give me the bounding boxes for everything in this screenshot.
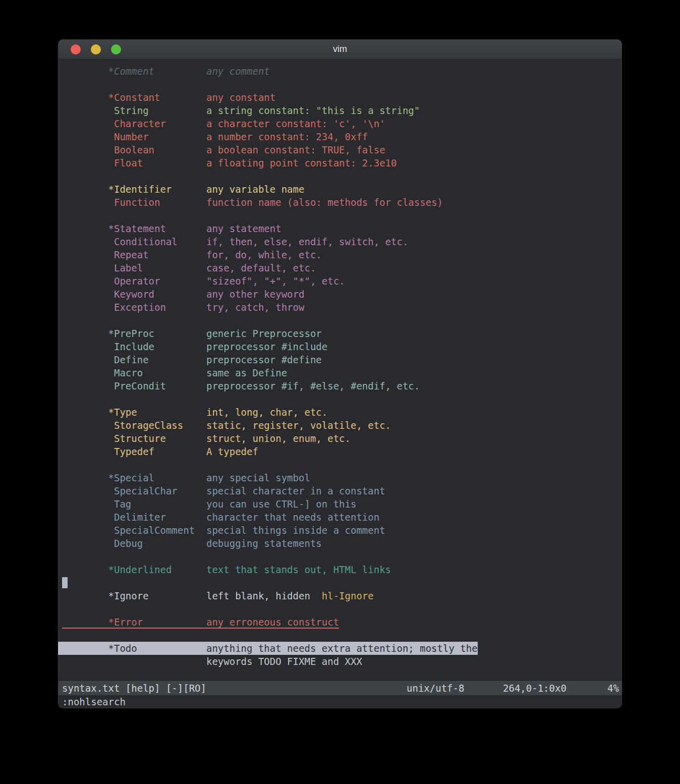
buffer-line[interactable]: *Identifier any variable name — [58, 183, 622, 196]
buffer-line[interactable]: Number a number constant: 234, 0xff — [58, 130, 622, 143]
buffer-line-text: SpecialChar special character in a const… — [62, 485, 385, 496]
buffer-line[interactable]: Keyword any other keyword — [58, 288, 622, 301]
zoom-button[interactable] — [111, 44, 121, 54]
buffer-line-text: *Error any erroneous construct — [62, 617, 339, 628]
buffer-line[interactable]: StorageClass static, register, volatile,… — [58, 419, 622, 432]
buffer-line[interactable] — [58, 602, 622, 615]
buffer-line[interactable]: Define preprocessor #define — [58, 353, 622, 366]
window-title: vim — [333, 44, 347, 54]
buffer-line[interactable]: Tag you can use CTRL-] on this — [58, 497, 622, 511]
buffer-line[interactable]: keywords TODO FIXME and XXX — [58, 655, 622, 668]
buffer-line[interactable]: Include preprocessor #include — [58, 340, 622, 353]
buffer-line[interactable]: Character a character constant: 'c', '\n… — [58, 117, 622, 130]
buffer-line-text: Label case, default, etc. — [62, 262, 316, 273]
buffer-line[interactable]: *Underlined text that stands out, HTML l… — [58, 563, 622, 576]
buffer-line[interactable]: Label case, default, etc. — [58, 261, 622, 274]
buffer-line[interactable] — [58, 629, 622, 642]
buffer-line-text: Define preprocessor #define — [62, 354, 322, 365]
buffer-line[interactable] — [58, 314, 622, 327]
buffer-line-text: *Statement any statement — [62, 223, 281, 234]
buffer-line-text: Function function name (also: methods fo… — [62, 197, 443, 208]
command-line[interactable]: :nohlsearch — [58, 695, 622, 708]
cursor-block — [62, 577, 68, 588]
minimize-button[interactable] — [91, 44, 101, 54]
buffer-line[interactable] — [58, 668, 622, 681]
buffer-line-text: StorageClass static, register, volatile,… — [62, 420, 391, 431]
buffer-line-text: Structure struct, union, enum, etc. — [62, 433, 351, 444]
buffer-line-text: Number a number constant: 234, 0xff — [62, 131, 368, 142]
buffer-line-text: Macro same as Define — [62, 367, 287, 378]
buffer-line[interactable]: SpecialChar special character in a const… — [58, 484, 622, 497]
buffer-line[interactable]: *Statement any statement — [58, 222, 622, 235]
buffer-line[interactable]: *Special any special symbol — [58, 471, 622, 484]
buffer-line[interactable]: Operator "sizeof", "+", "*", etc. — [58, 274, 622, 288]
buffer-line[interactable]: *Constant any constant — [58, 91, 622, 104]
status-bar: syntax.txt [help] [-][RO] unix/utf-8 264… — [58, 681, 622, 695]
traffic-lights — [71, 44, 121, 54]
close-button[interactable] — [71, 44, 81, 54]
buffer-line[interactable]: Debug debugging statements — [58, 537, 622, 550]
buffer-line-text: Keyword any other keyword — [62, 289, 304, 300]
buffer-line-text: keywords TODO FIXME and XXX — [62, 656, 362, 667]
buffer-line[interactable]: Function function name (also: methods fo… — [58, 196, 622, 209]
buffer-line-text: Debug debugging statements — [62, 538, 322, 549]
buffer-line[interactable] — [58, 458, 622, 471]
window-titlebar[interactable]: vim — [58, 39, 622, 60]
buffer-line-text: *Comment any comment — [62, 66, 270, 77]
buffer-line-text: Repeat for, do, while, etc. — [62, 249, 322, 260]
buffer-line-text: *Constant any constant — [62, 92, 275, 103]
buffer-line-text: Tag you can use CTRL-] on this — [62, 498, 356, 510]
buffer-line[interactable] — [58, 550, 622, 563]
buffer-line[interactable] — [58, 393, 622, 406]
status-cursor-position: 264,0-1:0x0 — [503, 681, 566, 695]
vim-window: vim *Comment any comment *Constant any c… — [58, 39, 622, 708]
buffer-line-text: Delimiter character that needs attention — [62, 512, 379, 523]
buffer-line[interactable]: Structure struct, union, enum, etc. — [58, 432, 622, 445]
buffer-line[interactable]: *Type int, long, char, etc. — [58, 406, 622, 419]
status-encoding: unix/utf-8 — [407, 681, 464, 695]
buffer-line[interactable] — [58, 209, 622, 222]
buffer-line-text: *PreProc generic Preprocessor — [62, 328, 322, 339]
status-scroll-percent: 4% — [607, 681, 619, 695]
buffer-line-text: *Todo anything that needs extra attentio… — [58, 642, 478, 655]
buffer-line[interactable]: Float a floating point constant: 2.3e10 — [58, 156, 622, 170]
buffer-line-text: Typedef A typedef — [62, 446, 258, 457]
buffer-line[interactable]: String a string constant: "this is a str… — [58, 104, 622, 117]
buffer-line[interactable]: *Error any erroneous construct — [58, 615, 622, 629]
buffer-line-text: *Identifier any variable name — [62, 184, 304, 195]
buffer-line-text: Character a character constant: 'c', '\n… — [62, 118, 385, 129]
buffer-line[interactable]: Delimiter character that needs attention — [58, 511, 622, 524]
buffer-line-text: SpecialComment special things inside a c… — [62, 525, 385, 536]
buffer-line[interactable]: *PreProc generic Preprocessor — [58, 327, 622, 340]
buffer-line[interactable]: Conditional if, then, else, endif, switc… — [58, 235, 622, 248]
buffer-line[interactable]: *Comment any comment — [58, 65, 622, 78]
buffer-line-text: *Ignore left blank, hidden — [62, 590, 322, 601]
buffer-line-text: PreCondit preprocessor #if, #else, #endi… — [62, 380, 420, 391]
buffer-line[interactable]: *Todo anything that needs extra attentio… — [58, 642, 622, 655]
buffer-line[interactable]: PreCondit preprocessor #if, #else, #endi… — [58, 379, 622, 393]
text-buffer[interactable]: *Comment any comment *Constant any const… — [58, 60, 622, 681]
buffer-line-text: Boolean a boolean constant: TRUE, false — [62, 144, 385, 155]
buffer-line-text: *Special any special symbol — [62, 472, 310, 483]
buffer-line-text: Conditional if, then, else, endif, switc… — [62, 236, 408, 247]
buffer-line[interactable]: *Ignore left blank, hidden hl-Ignore — [58, 589, 622, 602]
buffer-line-text: Exception try, catch, throw — [62, 302, 304, 313]
buffer-line-text: *Type int, long, char, etc. — [62, 407, 327, 418]
status-filename: syntax.txt [help] [-][RO] — [62, 681, 206, 695]
buffer-line[interactable] — [58, 576, 622, 589]
buffer-line-text: Include preprocessor #include — [62, 341, 327, 352]
buffer-line-text: *Underlined text that stands out, HTML l… — [62, 564, 391, 575]
buffer-line[interactable] — [58, 170, 622, 183]
help-tag-link[interactable]: hl-Ignore — [322, 590, 374, 601]
buffer-line[interactable]: Boolean a boolean constant: TRUE, false — [58, 143, 622, 156]
buffer-line[interactable]: Macro same as Define — [58, 366, 622, 379]
buffer-line-text: String a string constant: "this is a str… — [62, 105, 420, 116]
buffer-line[interactable]: Repeat for, do, while, etc. — [58, 248, 622, 261]
buffer-line-text: Operator "sizeof", "+", "*", etc. — [62, 275, 345, 287]
buffer-line[interactable] — [58, 78, 622, 91]
buffer-line-text: Float a floating point constant: 2.3e10 — [62, 157, 396, 169]
buffer-line[interactable]: Typedef A typedef — [58, 445, 622, 458]
buffer-line[interactable]: Exception try, catch, throw — [58, 301, 622, 314]
buffer-line[interactable]: SpecialComment special things inside a c… — [58, 524, 622, 537]
